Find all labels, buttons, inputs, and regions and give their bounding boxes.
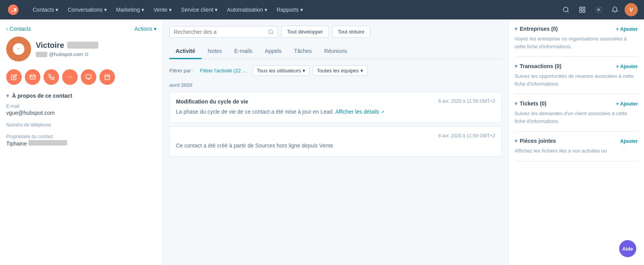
activity-header-2: 8 avr. 2020 à 11:59 GMT+2: [176, 133, 495, 139]
transactions-header: ▾ Transactions (0) + Ajouter: [515, 63, 638, 69]
chevron-down-icon: ▾: [215, 7, 218, 13]
owner-last-name-redacted: [28, 140, 67, 146]
actions-button[interactable]: Actions ▾: [134, 26, 157, 32]
tickets-title-toggle[interactable]: ▾ Tickets (0): [515, 100, 547, 107]
activity-body-2: Ce contact a été créé à partir de Source…: [176, 142, 495, 150]
notifications-button[interactable]: [608, 3, 621, 16]
left-sidebar: ‹ Contacts Actions ▾ Victoire: [0, 19, 163, 265]
search-box[interactable]: [169, 26, 278, 38]
tab-emails[interactable]: E-mails: [228, 44, 259, 59]
add-ticket-button[interactable]: + Ajouter: [616, 101, 638, 107]
add-entreprise-button[interactable]: + Ajouter: [616, 26, 638, 32]
edit-button[interactable]: [6, 69, 22, 85]
chevron-left-icon: ‹: [6, 26, 8, 32]
filter-users-dropdown[interactable]: Tous les utilisateurs ▾: [252, 65, 309, 76]
nav-marketing[interactable]: Marketing ▾: [111, 0, 149, 19]
svg-point-1: [12, 9, 15, 11]
tab-appels[interactable]: Appels: [259, 44, 288, 59]
settings-button[interactable]: [592, 3, 605, 16]
tab-taches[interactable]: Tâches: [288, 44, 318, 59]
svg-rect-6: [580, 11, 581, 12]
top-navigation: Contacts ▾ Conversations ▾ Marketing ▾ V…: [0, 0, 644, 19]
page-layout: ‹ Contacts Actions ▾ Victoire: [0, 19, 644, 265]
svg-point-11: [68, 77, 69, 78]
contact-last-name-redacted: [67, 42, 98, 49]
chevron-down-icon: ▾: [56, 7, 58, 13]
svg-line-21: [272, 33, 273, 34]
expand-all-button[interactable]: Tout développer: [281, 26, 329, 38]
activity-header-1: Modification du cycle de vie 8 avr. 2020…: [176, 98, 495, 105]
chevron-down-icon: ▾: [303, 68, 305, 74]
chevron-down-icon: ▾: [154, 26, 157, 32]
user-avatar[interactable]: V: [625, 3, 638, 16]
chevron-down-icon: ▾: [515, 138, 517, 144]
activity-title-1: Modification du cycle de vie: [176, 98, 248, 105]
task-button[interactable]: [99, 69, 115, 85]
activity-card-2: 8 avr. 2020 à 11:59 GMT+2 Ce contact a é…: [169, 126, 502, 156]
breadcrumb: ‹ Contacts Actions ▾: [6, 26, 157, 32]
svg-point-20: [269, 30, 273, 33]
copy-email-icon[interactable]: ⧉: [85, 51, 88, 58]
activity-time-2: 8 avr. 2020 à 11:59 GMT+2: [439, 133, 495, 139]
email-button[interactable]: [25, 69, 40, 85]
svg-rect-7: [583, 11, 585, 12]
chevron-down-icon: ▾: [515, 26, 517, 32]
nav-rapports[interactable]: Rapports ▾: [272, 0, 308, 19]
nav-automatisation[interactable]: Automatisation ▾: [222, 0, 272, 19]
activity-body-1: La phase du cycle de vie de ce contact a…: [176, 108, 495, 116]
search-filter-bar: Tout développer Tout réduire: [169, 26, 502, 38]
tab-reunions[interactable]: Réunions: [318, 44, 353, 59]
nav-conversations[interactable]: Conversations ▾: [63, 0, 111, 19]
chevron-down-icon: ▾: [6, 93, 9, 99]
contact-name: Victoire: [36, 41, 157, 50]
svg-point-9: [17, 45, 21, 49]
hubspot-logo[interactable]: [6, 3, 20, 17]
more-actions-button[interactable]: [62, 69, 78, 85]
svg-point-8: [598, 9, 600, 11]
tickets-desc: Suivez les demandes d'un client associée…: [515, 110, 638, 125]
svg-rect-13: [86, 75, 91, 78]
collapse-all-button[interactable]: Tout réduire: [332, 26, 371, 38]
add-transaction-button[interactable]: + Ajouter: [616, 63, 638, 69]
activity-details-link[interactable]: Afficher les détails ↗: [335, 109, 384, 115]
email-prefix-redacted: [36, 52, 47, 57]
contact-email: @hubspot.com ⧉: [36, 51, 157, 58]
about-section-toggle[interactable]: ▾ À propos de ce contact: [6, 93, 157, 99]
timeline-month: avril 2020: [169, 82, 502, 88]
tab-activite[interactable]: Activité: [169, 44, 202, 59]
nav-service-client[interactable]: Service client ▾: [176, 0, 222, 19]
external-link-icon: ↗: [381, 110, 384, 114]
filter-activity-chip[interactable]: Filtrer l'activité (22 ...: [197, 66, 250, 75]
entreprises-title-toggle[interactable]: ▾ Entreprises (0): [515, 26, 558, 32]
help-bubble[interactable]: Aide: [619, 240, 636, 257]
tab-notes[interactable]: Notes: [202, 44, 228, 59]
back-to-contacts[interactable]: ‹ Contacts: [6, 26, 31, 32]
search-input[interactable]: [174, 29, 266, 35]
transactions-title-toggle[interactable]: ▾ Transactions (0): [515, 63, 561, 69]
chevron-down-icon: ▾: [300, 7, 303, 13]
pieces-jointes-title-toggle[interactable]: ▾ Pièces jointes: [515, 138, 556, 144]
chevron-down-icon: ▾: [141, 7, 144, 13]
chevron-down-icon: ▾: [360, 68, 363, 74]
nav-contacts[interactable]: Contacts ▾: [28, 0, 63, 19]
nav-right-actions: V: [559, 3, 638, 16]
chevron-down-icon: ▾: [104, 7, 107, 13]
add-piece-jointe-button[interactable]: Ajouter: [620, 138, 638, 144]
right-sidebar: ▾ Entreprises (0) + Ajouter Voyez les en…: [508, 19, 644, 265]
filter-teams-dropdown[interactable]: Toutes les équipes ▾: [313, 65, 367, 76]
tickets-header: ▾ Tickets (0) + Ajouter: [515, 100, 638, 107]
svg-line-3: [567, 11, 568, 12]
email-field-value: vgue@hubspot.com: [6, 110, 157, 116]
contact-header: Victoire @hubspot.com ⧉: [6, 37, 157, 61]
meeting-button[interactable]: [81, 69, 96, 85]
chevron-down-icon: ▾: [515, 63, 517, 69]
phone-button[interactable]: [44, 69, 59, 85]
entreprises-section: ▾ Entreprises (0) + Ajouter Voyez les en…: [515, 26, 638, 57]
svg-point-2: [563, 7, 568, 12]
marketplace-button[interactable]: [576, 3, 589, 16]
contact-info: Victoire @hubspot.com ⧉: [36, 41, 157, 58]
nav-vente[interactable]: Vente ▾: [149, 0, 176, 19]
main-content: Tout développer Tout réduire Activité No…: [163, 19, 508, 265]
svg-rect-4: [580, 7, 581, 9]
search-button[interactable]: [559, 3, 573, 16]
